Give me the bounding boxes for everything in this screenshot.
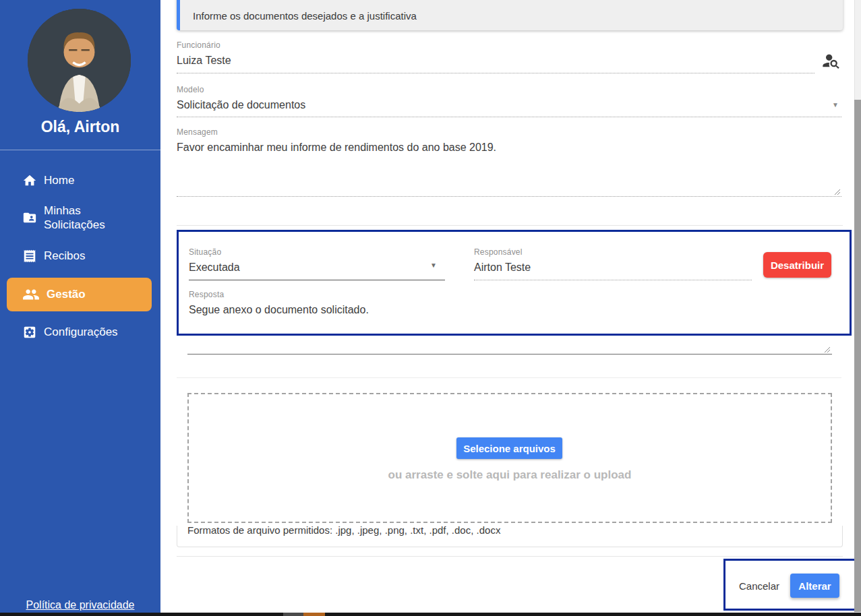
sidebar-item-label: Gestão — [47, 288, 86, 301]
sidebar-divider — [0, 150, 160, 150]
avatar — [28, 9, 131, 112]
sidebar: Olá, Airton Home Minhas Solicitações Rec… — [0, 0, 160, 616]
resposta-value: Segue anexo o documento solicitado. — [189, 304, 832, 316]
modelo-label: Modelo — [177, 85, 841, 94]
chevron-down-icon: ▼ — [430, 261, 437, 269]
taskbar-edge-segment — [303, 613, 325, 616]
sidebar-item-configuracoes[interactable]: Configurações — [0, 321, 160, 343]
taskbar-edge — [0, 613, 861, 616]
resize-handle[interactable] — [823, 346, 830, 352]
sidebar-item-home[interactable]: Home — [0, 170, 160, 191]
app-window: Olá, Airton Home Minhas Solicitações Rec… — [0, 0, 861, 616]
section-divider — [177, 377, 841, 378]
situacao-value: Executada — [189, 261, 445, 280]
privacy-policy-link[interactable]: Política de privacidade — [0, 599, 160, 611]
sidebar-item-label: Minhas Solicitações — [44, 204, 128, 232]
mensagem-label: Mensagem — [177, 127, 841, 137]
info-banner: Informe os documentos desejados e a just… — [177, 0, 843, 30]
user-greeting: Olá, Airton — [0, 118, 160, 136]
desatribuir-button[interactable]: Desatribuir — [763, 252, 831, 278]
section-divider — [177, 225, 843, 226]
chevron-down-icon: ▼ — [832, 101, 839, 109]
person-search-icon[interactable] — [821, 51, 840, 70]
cancel-button[interactable]: Cancelar — [734, 574, 785, 597]
info-banner-text: Informe os documentos desejados e a just… — [193, 10, 417, 22]
situacao-select[interactable]: Situação Executada — [189, 247, 445, 280]
resposta-label: Resposta — [189, 290, 832, 299]
select-files-button[interactable]: Selecione arquivos — [456, 437, 562, 459]
receipt-icon — [22, 249, 37, 264]
sidebar-item-minhas-solicitacoes[interactable]: Minhas Solicitações — [0, 200, 160, 235]
card-bottom-edge — [177, 526, 843, 547]
people-icon — [22, 286, 40, 303]
sidebar-item-label: Configurações — [44, 326, 118, 339]
alterar-button[interactable]: Alterar — [790, 574, 839, 598]
mensagem-value: Favor encaminhar meu informe de rendimen… — [177, 142, 841, 195]
scrollbar-thumb[interactable] — [854, 100, 861, 612]
modelo-value: Solicitação de documentos — [177, 99, 841, 117]
highlight-annotation-box — [177, 230, 852, 336]
funcionario-label: Funcionário — [177, 40, 814, 50]
modelo-select[interactable]: Modelo Solicitação de documentos — [177, 85, 841, 117]
sidebar-item-gestao[interactable]: Gestão — [7, 278, 152, 311]
responsavel-value: Airton Teste — [474, 261, 752, 280]
resposta-underline — [187, 354, 832, 355]
folder-shared-icon — [22, 210, 37, 225]
taskbar-edge-segment — [283, 613, 303, 616]
situacao-label: Situação — [189, 247, 445, 257]
responsavel-label: Responsável — [474, 247, 752, 257]
avatar-photo — [28, 9, 131, 112]
funcionario-value: Luiza Teste — [177, 55, 814, 73]
mensagem-textarea[interactable]: Mensagem Favor encaminhar meu informe de… — [177, 127, 841, 197]
home-icon — [22, 173, 37, 188]
resposta-textarea[interactable]: Resposta Segue anexo o documento solicit… — [189, 290, 832, 316]
footer-divider — [177, 556, 843, 557]
sidebar-item-recibos[interactable]: Recibos — [0, 245, 160, 267]
funcionario-field[interactable]: Funcionário Luiza Teste — [177, 40, 814, 73]
sidebar-item-label: Home — [44, 174, 74, 187]
sidebar-item-label: Recibos — [44, 249, 85, 263]
responsavel-field[interactable]: Responsável Airton Teste — [474, 247, 752, 280]
settings-icon — [22, 325, 37, 340]
drop-hint-text: ou arraste e solte aqui para realizar o … — [187, 468, 832, 482]
